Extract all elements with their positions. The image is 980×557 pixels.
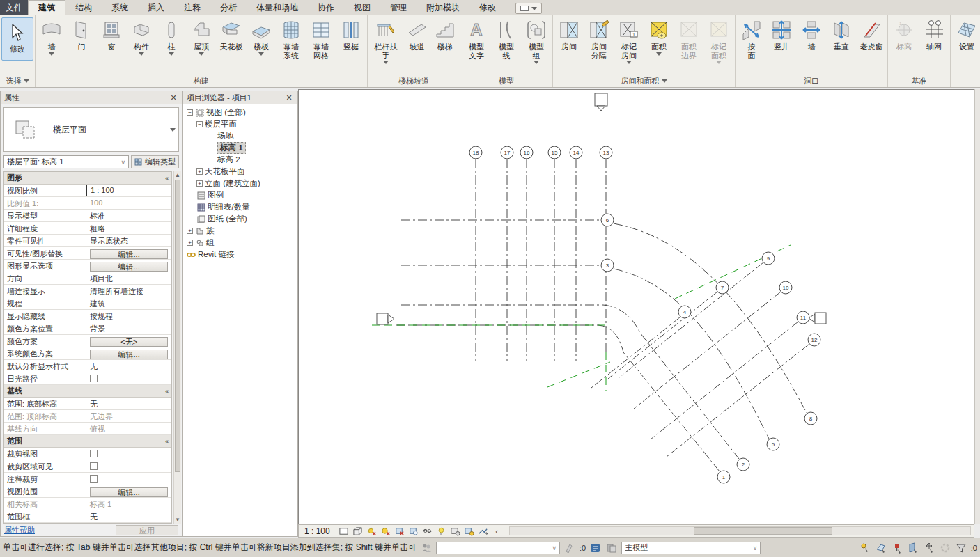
elevation-marker-left[interactable] bbox=[377, 313, 394, 324]
collapse-box-icon[interactable]: − bbox=[196, 121, 203, 127]
reveal-hidden-elements-icon[interactable] bbox=[435, 526, 447, 536]
ramp-button[interactable]: 坡道 bbox=[403, 16, 430, 54]
expand-box-icon[interactable]: + bbox=[196, 180, 203, 187]
selection-filter-icon[interactable] bbox=[955, 542, 967, 554]
apply-button[interactable]: 应用 bbox=[116, 525, 178, 535]
exclude-options-icon[interactable] bbox=[859, 542, 871, 554]
curtain-system-button[interactable]: 幕墙 系统 bbox=[277, 16, 306, 62]
collapse-icon[interactable]: « bbox=[165, 438, 169, 445]
section-underlay[interactable]: 基线« bbox=[4, 385, 171, 398]
tree-item-schedules[interactable]: 明细表/数量 bbox=[185, 201, 297, 213]
tree-item-legends[interactable]: 图例 bbox=[185, 189, 297, 201]
prop-row-view-scale[interactable]: 视图比例1 : 100 bbox=[4, 185, 171, 197]
door-button[interactable]: 门 bbox=[67, 16, 96, 54]
scrollbar-thumb[interactable] bbox=[694, 527, 832, 535]
scroll-up-icon[interactable]: ▲ bbox=[174, 171, 181, 179]
prop-row-analysis-display[interactable]: 默认分析显示样式无 bbox=[4, 360, 171, 372]
grid-bubbles[interactable]: 181716151413639741011128521 bbox=[469, 146, 820, 483]
collapse-icon[interactable]: « bbox=[165, 175, 169, 182]
close-icon[interactable]: ✕ bbox=[169, 93, 178, 102]
pin-select-icon[interactable] bbox=[891, 542, 903, 554]
prop-row-orientation[interactable]: 方向项目北 bbox=[4, 272, 171, 285]
tree-item-families[interactable]: +族 bbox=[185, 225, 297, 237]
tab-structure[interactable]: 结构 bbox=[65, 0, 102, 15]
edit-button[interactable]: 编辑... bbox=[90, 249, 168, 259]
design-options-combo[interactable]: 主模型∨ bbox=[621, 542, 761, 554]
properties-scrollbar[interactable]: ▲ ▼ bbox=[173, 171, 181, 524]
section-extents[interactable]: 范围« bbox=[4, 435, 171, 448]
drawing-area[interactable]: 181716151413639741011128521 bbox=[298, 89, 974, 524]
tab-collaborate[interactable]: 协作 bbox=[308, 0, 344, 15]
tree-item-level2[interactable]: 标高 2 bbox=[185, 154, 297, 166]
mullion-button[interactable]: 竖梃 bbox=[336, 16, 366, 54]
prop-row-wall-join-display[interactable]: 墙连接显示清理所有墙连接 bbox=[4, 285, 171, 297]
instance-combo[interactable]: 楼层平面: 标高 1∨ bbox=[3, 155, 129, 168]
dormer-button[interactable]: 老虎窗 bbox=[857, 16, 886, 54]
tag-room-button[interactable]: 1 标记 房间 bbox=[614, 16, 644, 66]
tab-insert[interactable]: 插入 bbox=[138, 0, 174, 15]
show-analytical-model-icon[interactable] bbox=[463, 526, 475, 536]
tab-analyze[interactable]: 分析 bbox=[210, 0, 247, 15]
tree-item-views[interactable]: −视图 (全部) bbox=[185, 107, 297, 118]
model-group-button[interactable]: 模型 组 bbox=[522, 16, 551, 66]
shaft-button[interactable]: 竖井 bbox=[767, 16, 796, 54]
chevron-down-icon[interactable] bbox=[662, 79, 667, 83]
column-button[interactable]: 柱 bbox=[157, 16, 186, 58]
prop-row-parts-visibility[interactable]: 零件可见性显示原状态 bbox=[4, 235, 171, 247]
edit-linked-icon[interactable] bbox=[875, 542, 887, 554]
drag-on-selection-icon[interactable] bbox=[923, 542, 935, 554]
tab-view[interactable]: 视图 bbox=[344, 0, 380, 15]
ribbon-display-toggle[interactable] bbox=[515, 3, 542, 14]
component-button[interactable]: 构件 bbox=[127, 16, 156, 58]
edit-button[interactable]: 编辑... bbox=[90, 487, 168, 497]
worksets-dialog-icon[interactable] bbox=[589, 542, 602, 554]
editable-only-icon[interactable] bbox=[605, 542, 618, 554]
prop-row-scope-box[interactable]: 范围框无 bbox=[4, 510, 171, 523]
workplane-set-button[interactable]: 设置 bbox=[952, 16, 980, 54]
expand-box-icon[interactable]: + bbox=[187, 228, 193, 234]
close-icon[interactable]: ✕ bbox=[284, 93, 294, 102]
opening-by-face-button[interactable]: 按 面 bbox=[737, 16, 766, 62]
railing-button[interactable]: 栏杆扶手 bbox=[369, 16, 403, 66]
tree-item-groups[interactable]: +组 bbox=[185, 237, 297, 249]
none-button[interactable]: <无> bbox=[90, 337, 168, 347]
edit-button[interactable]: 编辑... bbox=[90, 262, 168, 272]
elevation-marker-top[interactable] bbox=[595, 93, 607, 111]
room-button[interactable]: 房间 bbox=[554, 16, 584, 54]
tab-massing-site[interactable]: 体量和场地 bbox=[247, 0, 308, 15]
scrollbar-thumb[interactable] bbox=[175, 180, 180, 472]
checkbox[interactable] bbox=[90, 450, 98, 457]
tree-item-revit-links[interactable]: Revit 链接 bbox=[185, 249, 297, 260]
expand-box-icon[interactable]: + bbox=[196, 168, 203, 175]
tree-item-ceiling-plans[interactable]: +天花板平面 bbox=[185, 166, 297, 178]
canvas-horizontal-scrollbar[interactable] bbox=[509, 526, 971, 535]
canvas-vertical-scrollbar[interactable] bbox=[974, 89, 980, 524]
vertical-opening-button[interactable]: 垂直 bbox=[827, 16, 856, 54]
collapse-box-icon[interactable]: − bbox=[187, 109, 193, 116]
wall-button[interactable]: 墙 bbox=[37, 16, 66, 58]
roof-button[interactable]: 屋顶 bbox=[187, 16, 216, 58]
prop-row-underlay-bottom[interactable]: 范围: 底部标高无 bbox=[4, 398, 171, 410]
prop-row-detail-level[interactable]: 详细程度粗略 bbox=[4, 222, 171, 235]
model-text-button[interactable]: A 模型 文字 bbox=[462, 16, 491, 62]
temporary-hide-isolate-icon[interactable] bbox=[421, 526, 433, 536]
expand-viewbar-icon[interactable]: ‹ bbox=[491, 526, 503, 536]
stair-button[interactable]: 楼梯 bbox=[431, 16, 458, 54]
checkbox[interactable] bbox=[90, 375, 98, 382]
area-button[interactable]: 面积 bbox=[644, 16, 674, 58]
select-elements-by-face-icon[interactable] bbox=[907, 542, 919, 554]
modify-button[interactable]: 修改 bbox=[1, 17, 33, 61]
tree-item-sheets[interactable]: 图纸 (全部) bbox=[185, 213, 297, 225]
expand-box-icon[interactable]: + bbox=[187, 240, 193, 246]
floor-button[interactable]: 楼板 bbox=[247, 16, 276, 58]
tree-item-elevations[interactable]: +立面 (建筑立面) bbox=[185, 178, 297, 189]
prop-row-display-model[interactable]: 显示模型标准 bbox=[4, 210, 171, 222]
tab-modify[interactable]: 修改 bbox=[469, 0, 506, 15]
grid-button[interactable]: 轴网 bbox=[919, 16, 949, 54]
active-workset-combo[interactable]: ∨ bbox=[436, 542, 560, 554]
sun-path-icon[interactable] bbox=[366, 526, 378, 536]
prop-row-color-scheme-location[interactable]: 颜色方案位置背景 bbox=[4, 322, 171, 335]
prop-row-discipline[interactable]: 规程建筑 bbox=[4, 297, 171, 310]
shadows-icon[interactable] bbox=[380, 526, 391, 536]
checkbox[interactable] bbox=[90, 462, 98, 470]
